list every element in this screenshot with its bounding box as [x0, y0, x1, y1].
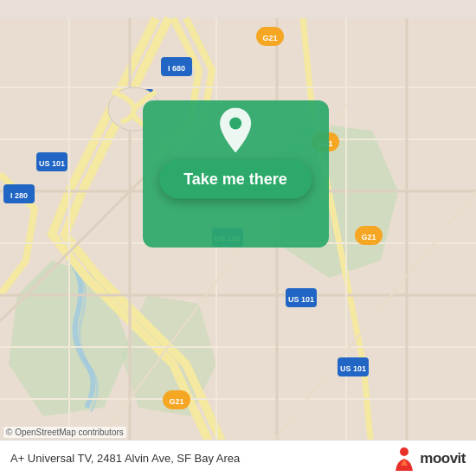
svg-text:US 101: US 101 — [39, 159, 65, 168]
map-background: US 101 US 101 US 101 US 101 US 101 I 680… — [0, 0, 476, 476]
moovit-text: moovit — [420, 450, 466, 467]
moovit-logo: moovit — [392, 447, 466, 471]
osm-attribution: © OpenStreetMap contributors — [3, 427, 126, 438]
moovit-icon — [392, 447, 416, 471]
svg-point-45 — [229, 118, 241, 130]
location-pin-icon — [209, 105, 261, 157]
svg-text:G21: G21 — [169, 397, 183, 406]
cta-container: Take me there — [159, 105, 312, 199]
svg-point-46 — [400, 447, 408, 456]
svg-text:G21: G21 — [262, 34, 277, 42]
bottom-bar: A+ Universal TV, 2481 Alvin Ave, SF Bay … — [0, 440, 476, 476]
svg-text:G21: G21 — [361, 233, 376, 241]
address-label: A+ Universal TV, 2481 Alvin Ave, SF Bay … — [10, 452, 240, 465]
svg-text:I 280: I 280 — [10, 191, 28, 200]
svg-text:US 101: US 101 — [340, 364, 366, 373]
svg-text:I 680: I 680 — [168, 64, 185, 73]
map-container: US 101 US 101 US 101 US 101 US 101 I 680… — [0, 0, 476, 476]
svg-text:US 101: US 101 — [288, 295, 314, 304]
take-me-there-button[interactable]: Take me there — [159, 160, 312, 199]
